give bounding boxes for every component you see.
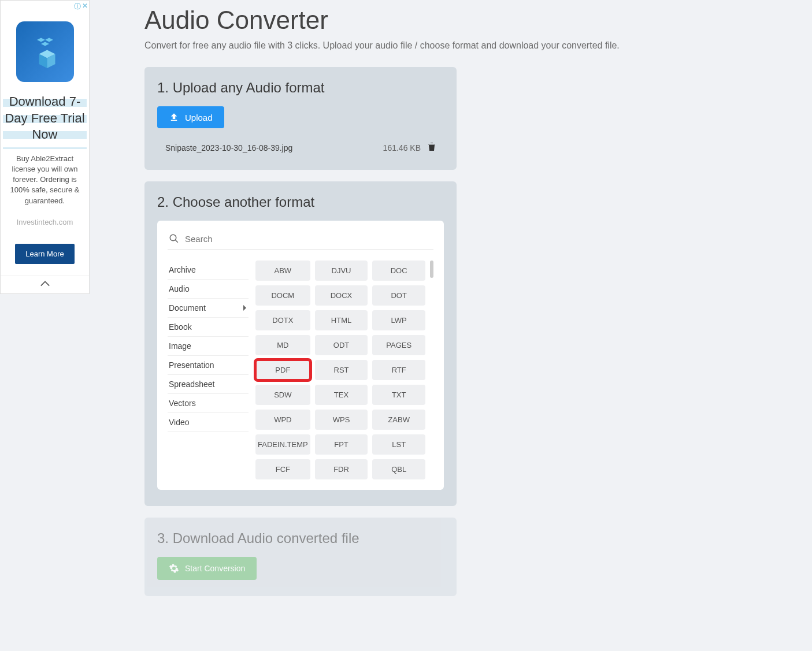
- category-label: Vectors: [169, 399, 196, 408]
- cube-icon: [25, 32, 65, 72]
- format-pages[interactable]: PAGES: [372, 335, 425, 355]
- category-label: Image: [169, 341, 191, 351]
- page-subtitle: Convert for free any audio file with 3 c…: [144, 40, 699, 51]
- format-fdr[interactable]: FDR: [315, 459, 368, 479]
- category-item-image[interactable]: Image: [168, 337, 249, 356]
- format-fcf[interactable]: FCF: [255, 459, 310, 479]
- start-conversion-button[interactable]: Start Conversion: [157, 557, 257, 580]
- uploaded-file-row: Snipaste_2023-10-30_16-08-39.jpg 161.46 …: [157, 142, 444, 154]
- format-djvu[interactable]: DJVU: [315, 261, 368, 281]
- format-lwp[interactable]: LWP: [372, 310, 425, 330]
- format-pdf[interactable]: PDF: [255, 360, 310, 380]
- format-fadein-temp[interactable]: FADEIN.TEMP: [255, 434, 310, 455]
- ad-collapse-button[interactable]: [1, 276, 89, 293]
- category-list: ArchiveAudioDocumentEbookImagePresentati…: [168, 261, 249, 479]
- format-dotx[interactable]: DOTX: [255, 310, 310, 330]
- format-rst[interactable]: RST: [315, 360, 368, 380]
- file-size: 161.46 KB: [383, 143, 421, 152]
- format-md[interactable]: MD: [255, 335, 310, 355]
- format-docx[interactable]: DOCX: [315, 285, 368, 306]
- choose-format-panel: 2. Choose another format ArchiveAudioDoc…: [144, 181, 457, 506]
- category-label: Audio: [169, 284, 190, 293]
- category-label: Archive: [169, 265, 196, 274]
- format-lst[interactable]: LST: [372, 434, 425, 455]
- format-odt[interactable]: ODT: [315, 335, 368, 355]
- search-icon: [169, 233, 179, 244]
- chevron-up-icon: [40, 280, 50, 288]
- file-name: Snipaste_2023-10-30_16-08-39.jpg: [165, 143, 292, 152]
- download-heading: 3. Download Audio converted file: [157, 530, 444, 546]
- formats-grid: ABWDJVUDOCDOCMDOCXDOTDOTXHTMLLWPMDODTPAG…: [255, 261, 425, 479]
- ad-sidebar: ⓘ ✕ Download 7-Day Free Trial Now Buy Ab…: [0, 0, 90, 294]
- format-docm[interactable]: DOCM: [255, 285, 310, 306]
- category-item-video[interactable]: Video: [168, 413, 249, 432]
- delete-file-button[interactable]: [428, 142, 436, 154]
- category-label: Ebook: [169, 322, 192, 332]
- start-button-label: Start Conversion: [185, 564, 245, 573]
- format-abw[interactable]: ABW: [255, 261, 310, 281]
- category-item-spreadsheet[interactable]: Spreadsheet: [168, 375, 249, 394]
- format-sdw[interactable]: SDW: [255, 385, 310, 405]
- format-dot[interactable]: DOT: [372, 285, 425, 306]
- format-rtf[interactable]: RTF: [372, 360, 425, 380]
- gear-icon: [169, 563, 179, 574]
- format-html[interactable]: HTML: [315, 310, 368, 330]
- format-qbl[interactable]: QBL: [372, 459, 425, 479]
- ad-learn-more-button[interactable]: Learn More: [15, 244, 74, 264]
- chevron-right-icon: [243, 304, 247, 311]
- svg-point-0: [170, 235, 176, 241]
- ad-domain: Investintech.com: [1, 211, 89, 238]
- svg-line-1: [175, 240, 178, 243]
- category-label: Document: [169, 303, 206, 313]
- category-label: Video: [169, 418, 190, 427]
- choose-heading: 2. Choose another format: [157, 194, 444, 210]
- ad-title[interactable]: Download 7-Day Free Trial Now: [3, 91, 87, 149]
- upload-panel: 1. Upload any Audio format Upload Snipas…: [144, 67, 457, 170]
- page-title: Audio Converter: [144, 6, 699, 35]
- trash-icon: [428, 142, 436, 151]
- upload-button-label: Upload: [185, 113, 213, 122]
- format-txt[interactable]: TXT: [372, 385, 425, 405]
- upload-icon: [169, 112, 179, 122]
- category-item-vectors[interactable]: Vectors: [168, 394, 249, 413]
- category-label: Spreadsheet: [169, 380, 214, 389]
- format-tex[interactable]: TEX: [315, 385, 368, 405]
- category-item-presentation[interactable]: Presentation: [168, 356, 249, 375]
- upload-heading: 1. Upload any Audio format: [157, 80, 444, 96]
- category-item-ebook[interactable]: Ebook: [168, 318, 249, 337]
- upload-button[interactable]: Upload: [157, 106, 224, 128]
- category-item-archive[interactable]: Archive: [168, 261, 249, 280]
- category-item-document[interactable]: Document: [168, 299, 249, 318]
- ad-image[interactable]: [16, 21, 74, 82]
- category-item-audio[interactable]: Audio: [168, 280, 249, 299]
- download-panel: 3. Download Audio converted file Start C…: [144, 518, 457, 596]
- scrollbar[interactable]: [430, 261, 433, 278]
- format-search-input[interactable]: [185, 234, 432, 244]
- ad-description: Buy Able2Extract license you will own fo…: [1, 149, 89, 211]
- ad-close-icon[interactable]: ✕: [82, 2, 88, 12]
- ad-info-icon[interactable]: ⓘ: [74, 2, 81, 12]
- category-label: Presentation: [169, 360, 214, 370]
- format-zabw[interactable]: ZABW: [372, 410, 425, 430]
- format-fpt[interactable]: FPT: [315, 434, 368, 455]
- format-wpd[interactable]: WPD: [255, 410, 310, 430]
- format-doc[interactable]: DOC: [372, 261, 425, 281]
- format-wps[interactable]: WPS: [315, 410, 368, 430]
